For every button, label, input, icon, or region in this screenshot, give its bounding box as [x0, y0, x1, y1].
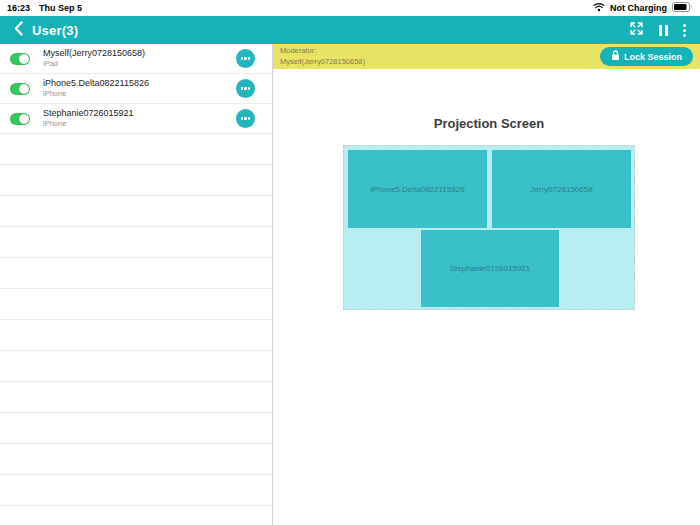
user-toggle[interactable]	[10, 83, 30, 95]
empty-list-row	[0, 475, 272, 506]
chevron-left-icon	[14, 21, 23, 40]
user-row-myself[interactable]: Myself(Jerry0728150658) iPad	[0, 44, 272, 74]
projection-screen-title: Projection Screen	[343, 116, 635, 131]
empty-list-row	[0, 506, 272, 525]
projection-tile[interactable]: Jerry0728150658	[492, 150, 631, 228]
session-panel: Moderator: Myself(Jerry0728150658) Lock …	[273, 44, 700, 525]
lock-session-label: Lock Session	[624, 52, 682, 62]
empty-list-row	[0, 227, 272, 258]
status-date: Thu Sep 5	[39, 3, 82, 13]
projection-tile-label: Stephanie0726015921	[450, 264, 531, 273]
status-time: 16:23	[7, 3, 30, 13]
battery-status-label: Not Charging	[610, 3, 667, 13]
projection-tile-label: iPhone5.Delta0822115826	[370, 185, 464, 194]
user-more-button[interactable]	[236, 109, 255, 128]
moderator-bar: Moderator: Myself(Jerry0728150658) Lock …	[273, 44, 700, 69]
empty-list-row	[0, 134, 272, 165]
app-screen: 16:23 Thu Sep 5 Not Charging	[0, 0, 700, 525]
projection-screen-area: iPhone5.Delta0822115826 Jerry0728150658 …	[343, 145, 635, 310]
wifi-icon	[593, 2, 605, 14]
page-title: User(3)	[32, 23, 78, 38]
projection-tile[interactable]: Stephanie0726015921	[421, 230, 559, 307]
user-device: iPad	[43, 59, 145, 68]
projection-tile[interactable]: iPhone5.Delta0822115826	[348, 150, 487, 228]
lock-session-button[interactable]: Lock Session	[600, 47, 693, 66]
empty-list-row	[0, 289, 272, 320]
user-more-button[interactable]	[236, 49, 255, 68]
empty-list-row	[0, 444, 272, 475]
user-row-iphone5-delta[interactable]: iPhone5.Delta0822115826 iPhone	[0, 74, 272, 104]
user-toggle[interactable]	[10, 113, 30, 125]
battery-icon	[672, 2, 693, 14]
empty-list-row	[0, 165, 272, 196]
back-button[interactable]	[14, 21, 23, 40]
expand-arrows-icon	[629, 21, 644, 40]
user-name: iPhone5.Delta0822115826	[43, 78, 149, 89]
user-more-button[interactable]	[236, 79, 255, 98]
empty-list-row	[0, 320, 272, 351]
user-device: iPhone	[43, 119, 134, 128]
user-row-stephanie[interactable]: Stephanie0726015921 iPhone	[0, 104, 272, 134]
moderator-name: Myself(Jerry0728150658)	[280, 57, 365, 67]
user-name: Stephanie0726015921	[43, 108, 134, 119]
pause-button[interactable]	[659, 25, 668, 36]
pause-icon	[659, 25, 668, 36]
user-device: iPhone	[43, 89, 149, 98]
empty-list-row	[0, 413, 272, 444]
projection-tile-label: Jerry0728150658	[530, 185, 592, 194]
app-header: User(3)	[0, 16, 700, 44]
user-name: Myself(Jerry0728150658)	[43, 48, 145, 59]
kebab-menu-icon	[683, 24, 686, 37]
empty-list-row	[0, 196, 272, 227]
user-list-sidebar: Myself(Jerry0728150658) iPad iPhone5.Del…	[0, 44, 273, 525]
empty-list-row	[0, 258, 272, 289]
lock-icon	[611, 50, 620, 63]
moderator-label: Moderator:	[280, 46, 365, 56]
more-menu-button[interactable]	[683, 24, 686, 37]
empty-list-row	[0, 382, 272, 413]
empty-list-row	[0, 351, 272, 382]
status-bar: 16:23 Thu Sep 5 Not Charging	[0, 0, 700, 16]
fullscreen-button[interactable]	[629, 21, 644, 40]
user-toggle[interactable]	[10, 53, 30, 65]
